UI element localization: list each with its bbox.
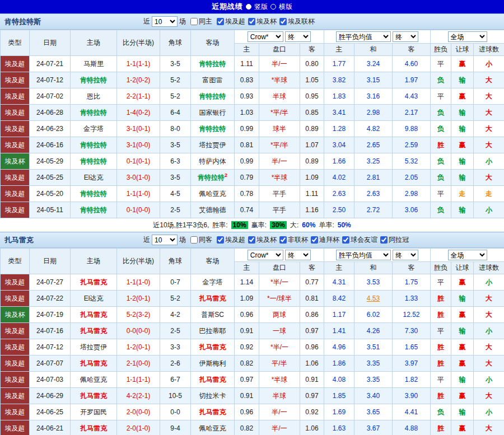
result-goals: 大 <box>474 121 504 137</box>
avg-home-odds: 1.77 <box>324 56 354 72</box>
match-count-select[interactable]: 10 <box>152 16 178 27</box>
league-type: 埃及超 <box>1 420 30 435</box>
league-type: 埃及超 <box>1 170 30 186</box>
league-checkbox[interactable]: 球会友谊 <box>342 235 377 245</box>
result-handicap: 赢 <box>451 356 474 372</box>
league-checkbox-input[interactable] <box>248 18 255 25</box>
avg-away-odds: 3.06 <box>393 202 431 218</box>
avg-controls-cell: 胜平负均值 终 <box>324 249 431 262</box>
column-header: 角球 <box>160 30 191 56</box>
scope-select[interactable]: 全场 <box>448 31 487 42</box>
league-type: 埃及超 <box>1 388 30 404</box>
result-goals: 走 <box>474 186 504 202</box>
league-checkbox[interactable]: 埃及杯 <box>248 17 277 26</box>
avg-draw-odds: 2.98 <box>354 105 393 121</box>
away-team: 切拉米卡 <box>191 388 235 404</box>
handicap-away-odds: 0.91 <box>300 372 324 388</box>
same-venue-checkbox-input[interactable] <box>190 236 198 244</box>
same-venue-checkbox-input[interactable] <box>190 18 198 25</box>
handicap-line: 平手 <box>259 202 300 218</box>
league-checkbox-input[interactable] <box>380 236 388 244</box>
column-header: 胜负 <box>431 44 451 56</box>
result-handicap: 输 <box>451 404 474 420</box>
match-date: 24-07-03 <box>30 372 71 388</box>
column-header: 主 <box>324 262 354 274</box>
avg-draw-odds: 2.81 <box>354 170 393 186</box>
odds-stage-select[interactable]: 终 <box>285 250 311 260</box>
match-count-select[interactable]: 10 <box>152 235 178 245</box>
team-name: 肯特拉特斯 <box>4 17 143 27</box>
league-checkbox-label: 埃及联杯 <box>288 17 315 26</box>
footer-stat: 胜率: <box>212 221 227 230</box>
league-checkbox[interactable]: 非联杯 <box>279 235 308 245</box>
match-date: 24-05-20 <box>30 186 71 202</box>
league-checkbox[interactable]: 埃及杯 <box>248 235 277 245</box>
league-checkbox-label: 阿拉冠 <box>389 235 409 245</box>
avg-stage-select[interactable]: 终 <box>393 31 418 42</box>
footer-stat: 30% <box>270 221 287 229</box>
handicap-line: 半球 <box>259 388 300 404</box>
avg-away-odds: 5.32 <box>393 153 431 170</box>
vertical-layout-radio[interactable] <box>246 4 251 10</box>
league-checkbox[interactable]: 埃及超 <box>217 17 245 26</box>
match-date: 24-07-21 <box>30 56 71 72</box>
column-header: 客场 <box>191 30 235 56</box>
corners: 5-2 <box>160 88 191 105</box>
score: 1-4(0-2) <box>117 105 160 121</box>
handicap-away-odds: 0.81 <box>300 291 324 307</box>
section-titlebar: 扎马雷克 近 10 场 同客 埃及超埃及杯非联杯迪拜杯球会友谊阿拉冠 <box>0 232 504 248</box>
same-venue-checkbox[interactable]: 同主 <box>190 17 212 26</box>
avg-stage-select[interactable]: 终 <box>393 250 418 260</box>
handicap-home-odds: 0.96 <box>235 307 259 323</box>
horizontal-layout-radio[interactable] <box>270 4 276 10</box>
league-checkbox[interactable]: 埃及超 <box>217 235 245 245</box>
league-checkbox-input[interactable] <box>217 18 224 25</box>
handicap-line: 球半 <box>259 121 300 137</box>
footer-stat: 大: <box>290 221 298 230</box>
column-header: 盘口 <box>259 262 300 274</box>
avg-away-odds: 1.75 <box>393 274 431 291</box>
league-checkbox-input[interactable] <box>311 236 318 244</box>
result-handicap: 赢 <box>451 388 474 404</box>
odds-stage-select[interactable]: 终 <box>285 31 311 42</box>
column-header: 比分(半场) <box>117 249 160 274</box>
avg-away-odds: 1.33 <box>393 291 431 307</box>
league-type: 埃及超 <box>1 372 30 388</box>
avg-away-odds: 12.52 <box>393 307 431 323</box>
result-goals: 小 <box>474 153 504 170</box>
league-checkbox-input[interactable] <box>279 18 287 25</box>
avg-away-odds: 4.60 <box>393 56 431 72</box>
scope-select[interactable]: 全场 <box>448 250 487 260</box>
column-header: 客场 <box>191 249 235 274</box>
handicap-away-odds: 0.92 <box>300 404 324 420</box>
avg-type-select[interactable]: 胜平负均值 <box>336 31 391 42</box>
league-checkbox[interactable]: 迪拜杯 <box>311 235 339 245</box>
avg-draw-odds: 4.53 <box>354 291 393 307</box>
footer-stat: 近10场,胜1平3负6, <box>153 221 209 230</box>
result-handicap: 输 <box>451 323 474 339</box>
filter-controls: 近 10 场 同客 埃及超埃及杯非联杯迪拜杯球会友谊阿拉冠 <box>143 235 409 245</box>
handicap-away-odds: 1.06 <box>300 420 324 435</box>
league-checkbox-input[interactable] <box>279 236 287 244</box>
avg-type-select[interactable]: 胜平负均值 <box>336 250 391 260</box>
same-venue-checkbox[interactable]: 同客 <box>190 235 212 245</box>
column-header: 角球 <box>160 249 191 274</box>
score: 2-1(0-0) <box>117 356 160 372</box>
league-type: 埃及超 <box>1 323 30 339</box>
league-checkbox[interactable]: 埃及联杯 <box>279 17 315 26</box>
result-handicap: 输 <box>451 170 474 186</box>
league-checkbox-input[interactable] <box>342 236 349 244</box>
column-header: 主 <box>235 262 259 274</box>
handicap-line: *半球 <box>259 72 300 88</box>
league-checkbox[interactable]: 阿拉冠 <box>380 235 409 245</box>
league-checkbox-input[interactable] <box>248 236 255 244</box>
bookmaker-select[interactable]: Crow* <box>248 250 283 260</box>
corners: 3-5 <box>160 56 191 72</box>
league-type: 埃及杯 <box>1 307 30 323</box>
league-checkbox-input[interactable] <box>217 236 224 244</box>
home-team: 肯特拉特 <box>71 186 117 202</box>
match-row: 埃及超24-05-25El达克3-0(1-0)3-5肯特拉特20.79*半球1.… <box>1 170 504 186</box>
bookmaker-select[interactable]: Crow* <box>248 31 283 42</box>
corners: 3-3 <box>160 339 191 356</box>
score: 1-1(1-1) <box>117 372 160 388</box>
